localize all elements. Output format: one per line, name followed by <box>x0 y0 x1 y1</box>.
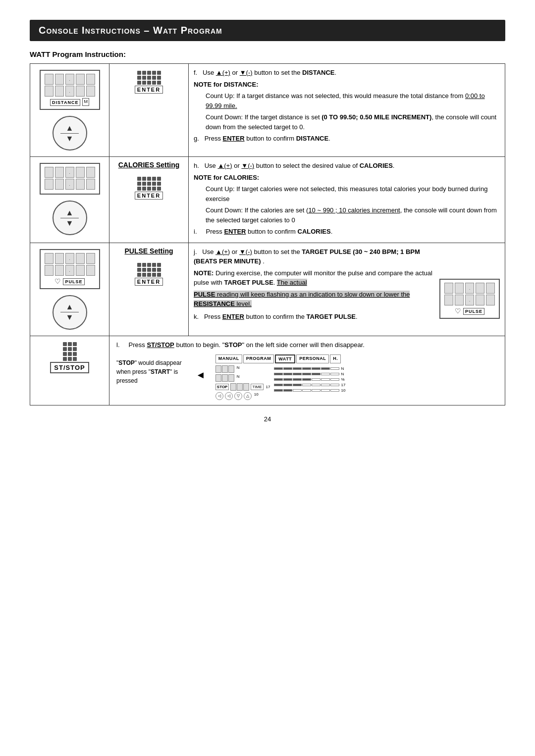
bar-row-2: N <box>274 372 345 376</box>
down-arrow-icon: ▼ <box>66 313 74 321</box>
lcd-digit <box>55 179 64 190</box>
calories-count-down: Count Down: If the calories are set (10 … <box>206 205 500 225</box>
enter-btn-label-i: ENTER <box>224 228 246 235</box>
console-digit-area: N N <box>215 365 270 400</box>
updown-button-pulse[interactable]: ▲ ▼ <box>53 295 87 330</box>
enter-button-distance[interactable]: ENTER <box>114 71 183 94</box>
calories-row: . . ▲ ▼ <box>30 157 505 243</box>
calories-confirm: CALORIES <box>298 228 331 235</box>
step-g: g. Press ENTER button to confirm DISTANC… <box>194 134 500 144</box>
enter-btn-label-g: ENTER <box>223 135 245 142</box>
digit <box>237 383 243 391</box>
down-btn-label-h: ▼(-) <box>241 162 254 169</box>
bar-seg <box>321 373 330 375</box>
tab-h: H. <box>330 354 341 363</box>
distance-note-title: NOTE for DISTANCE: <box>194 80 500 90</box>
bar-seg <box>330 384 339 386</box>
lcd-digit <box>486 295 495 305</box>
step-i: i. Press ENTER button to confirm CALORIE… <box>194 227 500 237</box>
bar-seg <box>302 373 311 375</box>
lcd-digit <box>76 265 85 276</box>
lcd-digit <box>86 179 95 190</box>
actual-text: The actual <box>277 279 307 286</box>
stop-word: STOP <box>224 341 242 349</box>
bar-row-1: N <box>274 366 345 371</box>
target-pulse-ref: TARGET PULSE <box>224 279 273 286</box>
bar-seg <box>302 367 311 370</box>
calories-content: h. Use ▲(+) or ▼(-) button to select the… <box>189 157 505 243</box>
calories-label-cell: CALORIES Setting ENTER <box>109 157 189 243</box>
lcd-digit <box>86 265 95 276</box>
enter-button-pulse[interactable]: ENTER <box>114 263 183 286</box>
lcd-digit: . <box>65 86 74 97</box>
console-row-2: N <box>215 374 270 382</box>
distance-count-down: Count Down: If the target distance is se… <box>206 112 500 132</box>
distance-lcd: . . DISTANCE M <box>40 70 100 110</box>
digit <box>228 365 234 373</box>
console-display: MANUAL PROGRAM WATT PERSONAL H. <box>215 354 346 400</box>
distance-enter-cell: ENTER <box>109 64 189 157</box>
console-row-1: N <box>215 365 270 373</box>
lcd-digit <box>45 265 54 276</box>
lcd-digit <box>86 167 95 178</box>
updown-button-distance[interactable]: ▲ ▼ <box>53 116 87 151</box>
page-header: Console Instructions – Watt Program <box>30 20 505 41</box>
bar-label: % <box>341 377 344 382</box>
distance-increment-bold: (0 TO 99.50; 0.50 MILE INCREMENT) <box>321 113 431 121</box>
ststop-button[interactable]: ST/STOP <box>35 342 104 373</box>
start-content-cell: l. Press ST/STOP button to begin. "STOP"… <box>109 336 505 405</box>
lcd-digit <box>76 179 85 190</box>
stop-note-text: "STOP" would disappear when press "START… <box>116 358 186 385</box>
lcd-digit <box>76 253 85 264</box>
down-btn-label-j: ▼(-) <box>239 248 252 255</box>
bar-seg <box>321 389 330 392</box>
bar-seg <box>321 378 330 381</box>
bar-seg <box>312 367 321 370</box>
digit-group-2 <box>215 374 234 382</box>
bar-seg <box>312 389 321 392</box>
lcd-digit <box>45 74 54 85</box>
bar-seg <box>330 378 339 381</box>
lcd-digit <box>486 283 495 294</box>
time-digits <box>230 383 249 391</box>
lcd-digit <box>86 253 95 264</box>
tab-watt: WATT <box>275 354 295 363</box>
lcd-digit: . <box>65 265 74 276</box>
enter-dots <box>137 177 161 191</box>
step-f: f. Use ▲(+) or ▼(-) button to set the DI… <box>194 68 500 78</box>
ststop-dots <box>63 342 77 361</box>
enter-label: ENTER <box>135 86 163 94</box>
bar-seg <box>312 384 321 386</box>
distance-range: 0:00 to 99.99 mile. <box>206 92 485 109</box>
arrow-pointing: ◄ <box>196 369 206 381</box>
down-arrow-icon: ▼ <box>66 135 74 143</box>
main-table: . . DISTANCE M <box>30 63 505 405</box>
distance-icon-cell: . . DISTANCE M <box>30 64 109 157</box>
bar-label: 10 <box>341 388 345 393</box>
pulse-lcd-right: . . ♡ PULSE <box>439 279 500 319</box>
digit <box>228 374 234 382</box>
target-pulse-confirm: TARGET PULSE <box>307 313 356 320</box>
page-title: Console Instructions – Watt Program <box>39 25 222 36</box>
enter-button-calories[interactable]: ENTER <box>114 177 183 200</box>
updown-button-calories[interactable]: ▲ ▼ <box>53 201 87 235</box>
pulse-reading-highlight: PULSE reading will keep flashing as an i… <box>194 291 410 308</box>
step-l: l. Press ST/STOP button to begin. "STOP"… <box>116 341 498 349</box>
note-bold: NOTE: <box>194 269 214 277</box>
lcd-digit <box>76 74 85 85</box>
start-row: ST/STOP l. Press ST/STOP button to begin… <box>30 336 505 405</box>
lcd-digit <box>76 167 85 178</box>
section-title: WATT Program Instruction: <box>30 50 505 58</box>
console-tabs: MANUAL PROGRAM WATT PERSONAL H. <box>215 354 346 363</box>
tab-personal: PERSONAL <box>296 354 329 363</box>
enter-label: ENTER <box>135 278 163 286</box>
lcd-digit <box>86 74 95 85</box>
distance-count-up: Count Up: If a target distance was not s… <box>206 91 500 110</box>
bar-seg <box>283 378 292 381</box>
step-h: h. Use ▲(+) or ▼(-) button to select the… <box>194 161 500 171</box>
bar-seg <box>274 384 283 386</box>
pulse-note-2: PULSE reading will keep flashing as an i… <box>194 290 434 309</box>
pulse-icons-left: . . ♡ PULSE <box>35 247 104 332</box>
bar-seg <box>293 367 302 370</box>
divider <box>60 312 78 312</box>
